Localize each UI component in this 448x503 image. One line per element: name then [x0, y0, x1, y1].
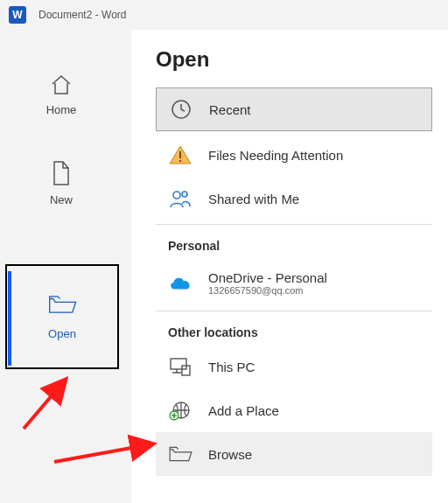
row-label: This PC	[208, 360, 255, 374]
svg-rect-1	[179, 151, 181, 158]
open-panel: Open Recent Files Needing Attention Shar…	[131, 30, 448, 503]
sidebar-item-open[interactable]: Open	[5, 264, 119, 369]
folder-open-icon	[47, 293, 77, 318]
open-source-browse[interactable]: Browse	[156, 432, 432, 476]
sidebar-item-label: New	[50, 193, 73, 206]
selection-indicator	[8, 271, 11, 366]
sidebar-item-label: Open	[48, 327, 76, 340]
folder-open-icon	[168, 444, 192, 464]
home-icon	[49, 73, 74, 96]
sidebar-item-label: Home	[46, 103, 77, 116]
document-title: Document2 - Word	[38, 9, 126, 21]
title-bar: W Document2 - Word	[0, 0, 448, 30]
cloud-icon	[168, 274, 192, 291]
open-source-thispc[interactable]: This PC	[156, 345, 448, 388]
open-source-attention[interactable]: Files Needing Attention	[156, 133, 448, 177]
people-icon	[168, 189, 192, 208]
word-app-icon: W	[9, 6, 26, 24]
open-source-addplace[interactable]: Add a Place	[156, 388, 448, 432]
row-label: Files Needing Attention	[208, 148, 343, 163]
pc-icon	[168, 356, 192, 377]
document-icon	[51, 160, 72, 186]
svg-point-4	[182, 192, 187, 197]
svg-point-3	[173, 192, 180, 199]
page-title: Open	[156, 47, 448, 72]
sidebar-item-home[interactable]: Home	[0, 65, 122, 143]
row-label: Add a Place	[208, 403, 279, 418]
section-personal: Personal	[156, 230, 448, 258]
warning-icon	[168, 144, 192, 165]
add-place-icon	[168, 400, 192, 421]
onedrive-text: OneDrive - Personal 1326657590@qq.com	[208, 270, 327, 296]
open-source-shared[interactable]: Shared with Me	[156, 177, 448, 220]
clock-icon	[169, 99, 193, 120]
svg-rect-5	[171, 359, 186, 369]
sidebar-item-new[interactable]: New	[0, 143, 122, 233]
row-label: Recent	[209, 102, 251, 117]
onedrive-title: OneDrive - Personal	[208, 270, 327, 285]
open-source-recent[interactable]: Recent	[156, 87, 432, 131]
divider	[156, 311, 432, 311]
svg-rect-2	[179, 160, 181, 162]
row-label: Shared with Me	[208, 192, 299, 206]
row-label: Browse	[208, 447, 252, 462]
section-other: Other locations	[156, 317, 448, 345]
onedrive-email: 1326657590@qq.com	[208, 285, 327, 296]
divider	[156, 224, 432, 225]
open-source-onedrive[interactable]: OneDrive - Personal 1326657590@qq.com	[156, 258, 448, 307]
